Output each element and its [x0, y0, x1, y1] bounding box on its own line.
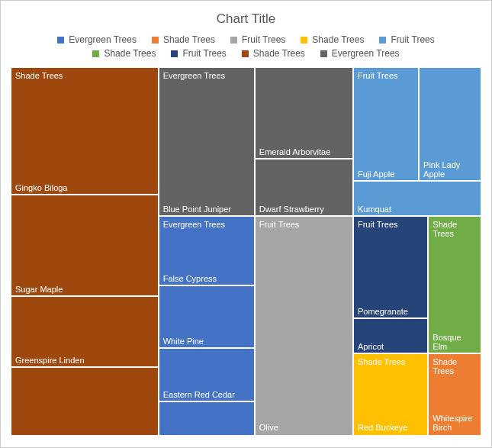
legend-label: Fruit Trees — [391, 34, 434, 45]
cell-category: Shade Trees — [433, 220, 477, 238]
treemap-cell: Emerald Arborvitae — [256, 68, 354, 160]
cell-name: Emerald Arborvitae — [259, 147, 350, 156]
legend-label: Fruit Trees — [182, 48, 226, 59]
legend-label: Shade Trees — [104, 48, 156, 59]
treemap-cell: Fruit TreesFuji Apple — [354, 68, 420, 182]
treemap-cell: Fruit TreesOlive — [256, 217, 354, 435]
legend-item: Fruit Trees — [230, 34, 285, 45]
cell-category: Fruit Trees — [259, 220, 350, 229]
cell-name: Pomegranate — [358, 307, 425, 316]
treemap-cell: Dwarf Strawberry — [256, 160, 354, 217]
legend-swatch — [57, 37, 64, 44]
cell-category: Evergreen Trees — [163, 220, 252, 229]
legend-item: Shade Trees — [301, 34, 364, 45]
cell-name: Bosque Elm — [433, 333, 477, 351]
legend-swatch — [92, 50, 99, 57]
legend-swatch — [379, 37, 386, 44]
treemap-area: Shade TreesGingko BilogaSugar MapleGreen… — [11, 68, 481, 435]
legend-item: Fruit Trees — [379, 34, 434, 45]
cell-name: False Cypress — [163, 274, 252, 283]
treemap-cell: Apricot — [354, 319, 429, 354]
cell-category: Evergreen Trees — [163, 71, 252, 80]
cell-category: Shade Trees — [433, 357, 477, 375]
treemap-cell: Evergreen TreesFalse Cypress — [159, 217, 256, 286]
cell-name: Blue Point Juniper — [163, 205, 252, 214]
cell-name: Greenspire Linden — [15, 356, 156, 365]
cell-name: Fuji Apple — [358, 169, 416, 179]
cell-name: Olive — [259, 423, 350, 432]
treemap-cell — [11, 368, 159, 435]
treemap-cell: Shade TreesBosque Elm — [429, 217, 481, 354]
cell-name: Pink Lady Apple — [423, 160, 477, 179]
treemap-cell: White Pine — [159, 286, 256, 349]
legend-label: Evergreen Trees — [332, 48, 400, 59]
treemap-cell: Greenspire Linden — [11, 297, 159, 368]
legend-label: Evergreen Trees — [69, 34, 137, 45]
legend-label: Shade Trees — [312, 34, 364, 45]
treemap-cell: Evergreen TreesBlue Point Juniper — [159, 68, 256, 217]
legend-swatch — [301, 37, 307, 44]
cell-category: Fruit Trees — [358, 220, 425, 229]
chart-title: Chart Title — [11, 11, 481, 27]
legend-swatch — [152, 37, 159, 44]
legend-swatch — [171, 50, 178, 57]
cell-name: White Pine — [163, 337, 252, 346]
cell-name: Sugar Maple — [15, 285, 156, 294]
legend-swatch — [242, 50, 249, 57]
treemap-cell: Pink Lady Apple — [420, 68, 481, 182]
cell-name: Apricot — [358, 342, 425, 351]
legend-item: Shade Trees — [242, 48, 305, 59]
cell-category: Shade Trees — [15, 71, 156, 80]
legend-item: Fruit Trees — [171, 48, 226, 59]
treemap-chart: Chart Title Evergreen TreesShade TreesFr… — [0, 0, 492, 448]
treemap-cell: Shade TreesWhitespire Birch — [429, 354, 481, 435]
cell-name: Kumquat — [358, 205, 477, 214]
treemap-cell: Eastern Red Cedar — [159, 349, 256, 402]
legend-label: Fruit Trees — [242, 34, 285, 45]
cell-name: Eastern Red Cedar — [163, 390, 252, 399]
treemap-cell: Fruit TreesPomegranate — [354, 217, 429, 320]
cell-name: Whitespire Birch — [433, 414, 477, 432]
legend-label: Shade Trees — [163, 34, 215, 45]
cell-category: Fruit Trees — [358, 71, 416, 80]
treemap-cell: Shade TreesGingko Biloga — [11, 68, 159, 195]
legend-item: Evergreen Trees — [320, 48, 400, 59]
cell-name: Gingko Biloga — [15, 183, 156, 192]
treemap-cell: Kumquat — [354, 182, 481, 217]
legend-swatch — [320, 50, 327, 57]
legend-label: Shade Trees — [253, 48, 305, 59]
legend: Evergreen TreesShade TreesFruit TreesSha… — [11, 33, 481, 60]
cell-category: Shade Trees — [358, 357, 425, 366]
legend-swatch — [230, 37, 237, 44]
cell-name: Dwarf Strawberry — [259, 205, 350, 214]
treemap-cell: Shade TreesRed Buckeye — [354, 354, 429, 435]
treemap-cell — [159, 402, 256, 435]
legend-item: Shade Trees — [152, 34, 215, 45]
legend-item: Shade Trees — [92, 48, 156, 59]
legend-item: Evergreen Trees — [57, 34, 137, 45]
cell-name: Red Buckeye — [358, 423, 425, 432]
treemap-cell: Sugar Maple — [11, 195, 159, 296]
